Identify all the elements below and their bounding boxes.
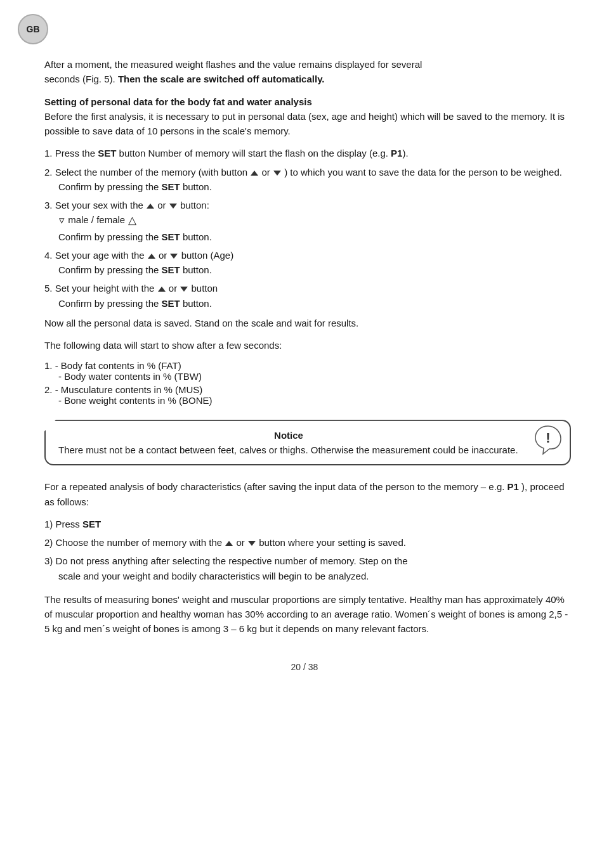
step-2: 2. Select the number of the memory (with… bbox=[44, 165, 571, 195]
data-list-item-2: 2. - Musculature contents in % (MUS) - B… bbox=[44, 384, 571, 406]
step-4-text: Set your age with the or button (Age) bbox=[55, 250, 234, 261]
repeated-analysis-para: For a repeated analysis of body characte… bbox=[44, 479, 571, 509]
repeated-step-1-num: 1) bbox=[44, 519, 56, 529]
arrow-down-icon bbox=[273, 171, 281, 176]
step-2-text: Select the number of the memory (with bu… bbox=[55, 167, 562, 178]
after-steps-para-2: The following data will start to show af… bbox=[44, 338, 571, 353]
intro-paragraph: After a moment, the measured weight flas… bbox=[44, 57, 571, 87]
exclamation-svg: ! bbox=[534, 425, 562, 457]
step-3-num: 3. bbox=[44, 200, 55, 211]
repeated-step-3: 3) Do not press anything after selecting… bbox=[44, 554, 571, 583]
repeated-step-3-text: Do not press anything after selecting th… bbox=[56, 555, 408, 566]
step-3-sub1: ▿ male / female △ bbox=[44, 212, 571, 229]
exclamation-bubble: ! bbox=[534, 425, 562, 458]
page-container: GB After a moment, the measured weight f… bbox=[0, 0, 609, 868]
repeated-step-3-num: 3) bbox=[44, 555, 56, 566]
repeated-step-1: 1) Press SET bbox=[44, 517, 571, 531]
notice-title: Notice bbox=[58, 430, 519, 441]
step-2-num: 2. bbox=[44, 167, 55, 178]
arrow-up-icon-2 bbox=[147, 204, 154, 209]
closing-para: The results of measuring bones' weight a… bbox=[44, 592, 571, 637]
notice-container: Notice There must not be a contact betwe… bbox=[44, 420, 571, 465]
after-steps-para-1: Now all the personal data is saved. Stan… bbox=[44, 316, 571, 330]
step-2-sub: Confirm by pressing the SET button. bbox=[44, 179, 571, 194]
page-footer: 20 / 38 bbox=[38, 662, 571, 672]
repeated-step-1-text: Press SET bbox=[56, 519, 102, 529]
step-1: 1. Press the SET button Number of memory… bbox=[44, 146, 571, 160]
female-icon: △ bbox=[128, 212, 136, 229]
repeated-steps-section: 1) Press SET 2) Choose the number of mem… bbox=[44, 517, 571, 583]
section-heading-para: Setting of personal data for the body fa… bbox=[44, 94, 571, 139]
repeated-step-2-num: 2) bbox=[44, 537, 56, 548]
arrow-down-icon-2 bbox=[169, 204, 177, 209]
step-5-num: 5. bbox=[44, 283, 55, 294]
steps-section: 1. Press the SET button Number of memory… bbox=[44, 146, 571, 311]
data-list-item-1: 1. - Body fat contents in % (FAT) - Body… bbox=[44, 360, 571, 382]
step-4: 4. Set your age with the or button (Age)… bbox=[44, 248, 571, 278]
step-5-sub: Confirm by pressing the SET button. bbox=[44, 296, 571, 311]
step-4-num: 4. bbox=[44, 250, 55, 261]
notice-box: Notice There must not be a contact betwe… bbox=[44, 420, 571, 465]
arrow-down-icon-4 bbox=[180, 287, 188, 292]
intro-text: After a moment, the measured weight flas… bbox=[44, 57, 571, 87]
step-3-sub2: Confirm by pressing the SET button. bbox=[44, 230, 571, 244]
page-number: 20 / 38 bbox=[291, 662, 318, 672]
step-1-num: 1. bbox=[44, 148, 55, 159]
step-3-text: Set your sex with the or button: bbox=[55, 200, 209, 211]
section-heading: Setting of personal data for the body fa… bbox=[44, 96, 312, 107]
step-3: 3. Set your sex with the or button: ▿ ma… bbox=[44, 198, 571, 244]
arrow-up-icon-3 bbox=[148, 254, 155, 259]
step-5-text: Set your height with the or button bbox=[55, 283, 218, 294]
notice-body: There must not be a contact between feet… bbox=[58, 444, 519, 455]
step-5: 5. Set your height with the or button Co… bbox=[44, 281, 571, 311]
svg-text:!: ! bbox=[546, 430, 550, 446]
arrow-down-icon-3 bbox=[170, 254, 178, 259]
arrow-up-icon-4 bbox=[158, 287, 166, 292]
data-list: 1. - Body fat contents in % (FAT) - Body… bbox=[44, 360, 571, 406]
male-icon: ▿ bbox=[59, 212, 65, 229]
content-area: After a moment, the measured weight flas… bbox=[38, 57, 571, 637]
gb-badge: GB bbox=[18, 14, 48, 44]
repeated-step-2: 2) Choose the number of memory with the … bbox=[44, 535, 571, 550]
arrow-up-icon-5 bbox=[225, 541, 233, 546]
step-4-sub: Confirm by pressing the SET button. bbox=[44, 262, 571, 277]
repeated-step-2-text: Choose the number of memory with the or … bbox=[56, 537, 406, 548]
arrow-down-icon-5 bbox=[248, 541, 256, 546]
section-body: Before the first analysis, it is necessa… bbox=[44, 111, 565, 136]
step-1-text: Press the SET button Number of memory wi… bbox=[55, 148, 409, 159]
arrow-up-icon bbox=[251, 171, 258, 176]
